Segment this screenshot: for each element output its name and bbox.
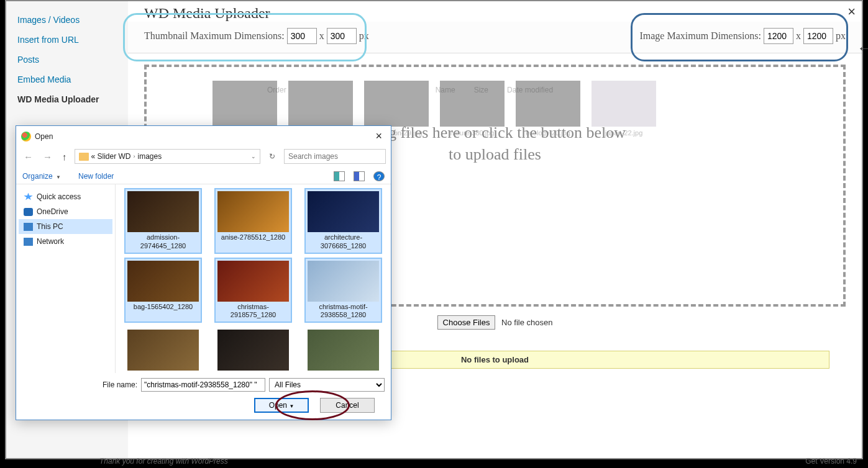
file-name: anise-2785512_1280 (217, 233, 289, 242)
file-item[interactable]: clock-1274699_1280 (214, 326, 292, 373)
file-item[interactable]: anise-2785512_1280 (214, 188, 292, 254)
file-thumbnail (127, 261, 199, 302)
file-thumbnail (217, 330, 289, 371)
file-item[interactable]: christmas-2918575_1280 (214, 258, 292, 323)
close-icon[interactable]: × (847, 4, 856, 20)
file-name: clock-1274699_1280 (217, 372, 289, 373)
dialog-title: Open (35, 132, 53, 141)
file-thumbnail (308, 261, 379, 302)
filename-label: File name: (103, 380, 137, 389)
file-thumbnail (127, 330, 199, 371)
sidebar-item-url[interactable]: Insert from URL (6, 30, 128, 50)
file-thumbnail (217, 261, 289, 302)
dimension-row: Thumbnail Maximum Dimensions: x px Image… (128, 22, 862, 53)
cancel-button[interactable]: Cancel (320, 398, 375, 413)
file-thumbnail (308, 191, 379, 232)
path-prefix: « Slider WD (91, 152, 131, 161)
sidebar-item-embed[interactable]: Embed Media (6, 70, 128, 89)
file-item[interactable]: bag-1565402_1280 (124, 258, 202, 323)
thumb-dim-group: Thumbnail Maximum Dimensions: x px (144, 28, 369, 44)
filename-input[interactable] (141, 378, 265, 392)
chevron-down-icon[interactable]: ⌄ (251, 153, 256, 160)
file-name: cinnamon-stars-2991174_1280 (127, 372, 199, 373)
nav-forward-icon[interactable]: → (40, 151, 55, 162)
x-label: x (319, 30, 324, 42)
page-title: WD Media Uploader (128, 1, 862, 22)
thumb-label: Thumbnail Maximum Dimensions: (144, 30, 285, 42)
preview-pane-icon[interactable] (354, 171, 365, 181)
nav-up-icon[interactable]: ↑ (60, 151, 70, 162)
sidebar-item-images[interactable]: Images / Videos (6, 10, 128, 30)
help-icon[interactable]: ? (373, 171, 385, 181)
footer-credit: Thank you for creating with WordPress (99, 457, 228, 466)
path-bar[interactable]: « Slider WD › images ⌄ (75, 149, 261, 164)
net-icon (24, 238, 33, 246)
pc-icon (24, 223, 33, 231)
tree-item-quick-access[interactable]: Quick access (19, 189, 112, 204)
file-name: bag-1565402_1280 (127, 303, 199, 312)
px-label: px (359, 30, 369, 42)
open-button[interactable]: Open ▼ (254, 398, 309, 413)
dz-line2: to upload files (449, 145, 541, 163)
tree-item-onedrive[interactable]: OneDrive (19, 204, 112, 219)
thumb-height-input[interactable] (327, 28, 357, 44)
file-item[interactable]: architecture-3076685_1280 (304, 188, 382, 254)
x-label: x (796, 30, 801, 42)
view-mode-icon[interactable] (334, 171, 345, 181)
refresh-icon[interactable]: ↻ (265, 150, 279, 163)
image-width-input[interactable] (764, 28, 793, 44)
file-open-dialog: Open × ← → ↑ « Slider WD › images ⌄ ↻ Or… (16, 125, 391, 420)
image-height-input[interactable] (803, 28, 833, 44)
file-list: admission-2974645_1280anise-2785512_1280… (116, 184, 391, 373)
back-arrow-icon[interactable]: ← (857, 38, 868, 58)
path-folder[interactable]: images (138, 152, 162, 161)
file-item[interactable]: christmas-motif-2938558_1280 (304, 258, 382, 323)
file-thumbnail (308, 330, 379, 371)
image-dim-group: Image Maximum Dimensions: x px (639, 28, 846, 44)
sidebar-item-uploader[interactable]: WD Media Uploader (6, 89, 128, 109)
tree-item-this-pc[interactable]: This PC (19, 219, 112, 234)
footer-version: Get Version 4.9 (805, 457, 857, 466)
chrome-icon (21, 132, 31, 142)
sidebar-item-posts[interactable]: Posts (6, 50, 128, 70)
organize-button[interactable]: Organize ▼ (22, 172, 61, 181)
no-file-label: No file chosen (501, 318, 552, 327)
image-label: Image Maximum Dimensions: (639, 30, 761, 42)
thumb-width-input[interactable] (287, 28, 317, 44)
star-icon (24, 193, 33, 201)
file-item[interactable]: cinnamon-stars-2991174_1280 (124, 326, 202, 373)
folder-icon (79, 153, 89, 161)
file-item[interactable]: ecology-2985781_1280 (304, 326, 382, 373)
file-name: ecology-2985781_1280 (308, 372, 379, 373)
cloud-icon (24, 208, 33, 216)
dialog-close-icon[interactable]: × (372, 130, 386, 143)
file-thumbnail (217, 191, 289, 232)
search-input[interactable] (284, 149, 386, 164)
file-name: admission-2974645_1280 (127, 233, 199, 251)
choose-files-button[interactable]: Choose Files (437, 315, 496, 330)
file-name: architecture-3076685_1280 (308, 233, 379, 251)
file-name: christmas-motif-2938558_1280 (308, 303, 379, 320)
file-filter-select[interactable]: All Files (269, 378, 385, 392)
file-thumbnail (127, 191, 199, 232)
file-item[interactable]: admission-2974645_1280 (124, 188, 202, 254)
px-label: px (836, 30, 846, 42)
new-folder-button[interactable]: New folder (78, 172, 114, 181)
dz-line1: Drag files here or click the button belo… (364, 124, 626, 142)
nav-back-icon[interactable]: ← (21, 151, 35, 162)
file-name: christmas-2918575_1280 (217, 303, 289, 320)
folder-tree: Quick accessOneDriveThis PCNetwork (16, 184, 116, 373)
chevron-icon: › (134, 153, 135, 160)
tree-item-network[interactable]: Network (19, 234, 112, 249)
